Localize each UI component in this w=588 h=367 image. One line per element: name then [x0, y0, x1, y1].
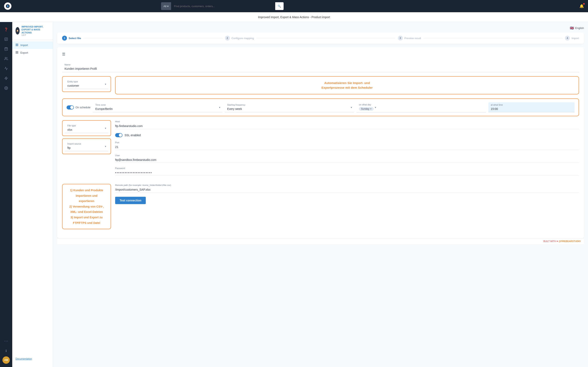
app-sidebar: IMPROVED IMPORT, EXPORT & MASS ACTIONS 1… [12, 22, 53, 367]
ftp-fields: Host SSL enabled Port [115, 120, 579, 180]
main-content: 🇬🇧 English 1 Select file 2 Configure map… [53, 22, 588, 367]
sidebar-bottom: Documentation [12, 354, 53, 364]
step-divider-2 [256, 38, 396, 38]
frequency-field: Starting frequency Every week Every day … [225, 102, 354, 112]
host-field: Host [115, 120, 579, 129]
ssl-toggle-knob [119, 133, 122, 137]
remote-path-input[interactable] [115, 187, 579, 193]
user-avatar[interactable]: AM [2, 356, 10, 364]
step-2-label: Configure mapping [232, 37, 254, 40]
main-layout: ❓ ⋯ ℹ AM [0, 22, 588, 367]
schedule-label: On schedule [76, 106, 90, 109]
ssl-toggle[interactable] [115, 133, 122, 137]
host-input[interactable] [115, 123, 579, 129]
import-label: Import [20, 44, 28, 47]
brand-name: @FIREBEARSTUDIO [558, 240, 581, 242]
sunday-chip[interactable]: Sunday × [359, 107, 374, 111]
test-connection-button[interactable]: Test connection [115, 197, 146, 204]
sidebar-item-import[interactable]: Import [12, 42, 53, 49]
search-filter-button[interactable]: All ▾ [161, 2, 171, 10]
svg-point-10 [17, 30, 18, 31]
name-input[interactable] [62, 62, 579, 72]
language-row: 🇬🇧 English [57, 26, 584, 30]
subheader: Improved Import, Export & Mass Actions -… [0, 12, 588, 22]
sidebar-item-help[interactable]: ❓ [2, 25, 10, 33]
filter-label: All [164, 5, 166, 8]
language-label: English [575, 26, 584, 30]
chip-close[interactable]: × [370, 108, 372, 110]
sidebar-item-orders[interactable] [2, 35, 10, 43]
svg-rect-16 [17, 51, 18, 52]
hamburger-menu[interactable]: ☰ [62, 52, 65, 57]
topbar-right: 🔔 [579, 4, 584, 8]
app-logo-area: IMPROVED IMPORT, EXPORT & MASS ACTIONS 1… [12, 25, 53, 40]
svg-rect-17 [16, 53, 17, 53]
svg-point-6 [5, 57, 6, 58]
on-schedule-toggle[interactable] [67, 105, 74, 109]
topbar: All ▾ 🔍 🔔 [0, 0, 588, 12]
app-logo[interactable] [4, 2, 11, 10]
step-1-circle: 1 [62, 36, 67, 41]
toggle-knob [70, 106, 73, 109]
step-1: 1 Select file [62, 36, 81, 41]
timezone-field: Time zone Europe/Berlin UTC ▾ [93, 102, 222, 112]
on-schedule-toggle-wrap: On schedule [67, 105, 90, 109]
info-icon[interactable]: ℹ [2, 347, 10, 355]
bell-icon[interactable]: 🔔 [579, 4, 584, 8]
frequency-select[interactable]: Every week Every day Every month [225, 102, 354, 112]
import-source-box: Import source ftp ftps file ▾ [62, 138, 111, 154]
sidebar-item-marketing[interactable] [2, 64, 10, 73]
export-icon [16, 51, 18, 54]
search-submit-button[interactable]: 🔍 [275, 2, 284, 10]
sidebar-item-export[interactable]: Export [12, 49, 53, 57]
icon-sidebar: ❓ ⋯ ℹ AM [0, 22, 12, 367]
step-3: 3 Preview result [398, 36, 421, 41]
host-label: Host [115, 120, 579, 123]
step-1-label: Select file [69, 37, 81, 40]
steps-bar: 1 Select file 2 Configure mapping 3 Prev… [57, 33, 584, 44]
app-name: IMPROVED IMPORT, EXPORT & MASS ACTIONS [22, 25, 50, 34]
timezone-select[interactable]: Europe/Berlin UTC [93, 102, 222, 112]
time-input[interactable] [488, 102, 575, 112]
step-4-label: Import [571, 37, 579, 40]
remote-path-field: Remote path (for example: /some_folder/f… [115, 184, 579, 193]
sidebar-item-products[interactable] [2, 45, 10, 53]
svg-rect-12 [17, 44, 18, 45]
day-chevron: ▾ [375, 106, 376, 109]
documentation-link[interactable]: Documentation [16, 358, 32, 360]
import-source-select[interactable]: ftp ftps file [65, 141, 108, 151]
more-options-icon[interactable]: ⋯ [2, 337, 10, 345]
entity-type-select[interactable]: customer product order [65, 79, 108, 89]
user-input[interactable] [115, 157, 579, 163]
sidebar-item-integrations[interactable] [2, 74, 10, 82]
remote-path-label: Remote path (for example: /some_folder/f… [115, 184, 579, 186]
sidebar-item-customers[interactable] [2, 55, 10, 63]
footer: BUILT WITH ♥ @FIREBEARSTUDIO [57, 238, 584, 244]
app-icon [16, 27, 20, 34]
search-bar: All ▾ 🔍 [161, 2, 284, 10]
schedule-box: On schedule Time zone Europe/Berlin UTC … [62, 99, 579, 116]
file-type-box: File type xlsx csv xml ▾ [62, 120, 111, 136]
port-label: Port [115, 141, 579, 144]
sidebar-item-settings[interactable] [2, 84, 10, 92]
day-field: on what day Sunday × ▾ [356, 102, 486, 113]
svg-rect-11 [16, 44, 17, 45]
search-icon: 🔍 [278, 5, 281, 8]
user-label: User [115, 154, 579, 157]
port-input[interactable] [115, 144, 579, 150]
search-input[interactable] [171, 2, 275, 10]
step-3-circle: 3 [398, 36, 403, 41]
step-3-label: Preview result [405, 37, 421, 40]
password-input[interactable] [115, 170, 579, 176]
step-divider-1 [84, 38, 223, 38]
svg-rect-15 [16, 51, 17, 52]
page-title: Improved Import, Export & Mass Actions -… [258, 16, 330, 19]
feature-text: 1) Kunden und Produkteimportieren undexp… [67, 188, 107, 225]
search-input-wrap [171, 2, 275, 10]
form-card: ☰ Name Entity type customer product [57, 47, 584, 238]
step-divider-3 [424, 38, 562, 38]
ssl-label: SSL enabled [125, 133, 141, 137]
import-source-field: Import source ftp ftps file ▾ [65, 141, 108, 151]
file-type-select[interactable]: xlsx csv xml [65, 123, 108, 133]
export-label: Export [20, 51, 28, 54]
